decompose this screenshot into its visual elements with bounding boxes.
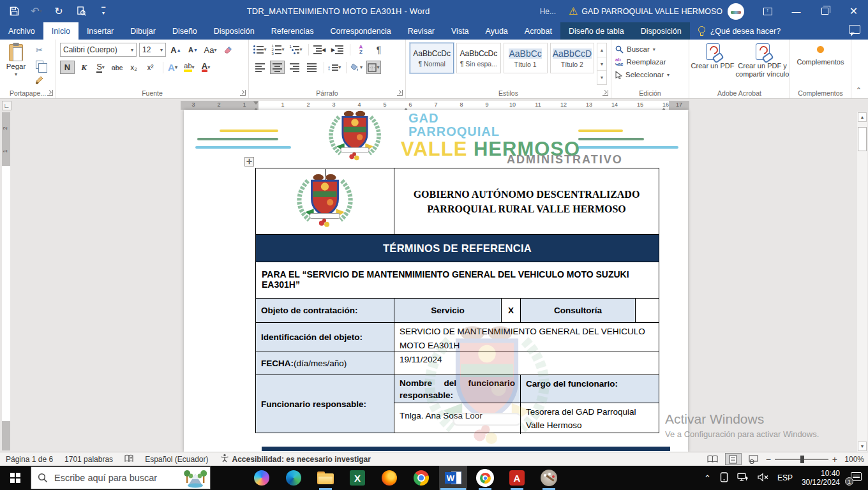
cell-cargo-value[interactable]: Tesorera del GAD Parroquial Valle Hermos… [521,403,659,434]
highlight-button[interactable]: ab▾ [182,61,197,74]
cell-consultoria[interactable]: Consultoría [521,299,636,322]
addins-button[interactable]: Complementos [790,40,851,66]
tell-me-box[interactable]: ¿Qué desea hacer? [690,22,789,40]
format-painter-icon[interactable] [32,73,47,86]
bold-button[interactable]: N [60,61,75,74]
styles-scroll-up-icon[interactable]: ▲ [597,43,606,57]
cell-fecha-label[interactable]: FECHA: (día/mes/año) [256,352,394,375]
document-page[interactable]: GAD PARROQUIAL VALLE HERMOSO ADMINISTRAT… [184,110,688,452]
accessibility-status[interactable]: Accesibilidad: es necesario investigar [231,455,377,464]
borders-icon[interactable]: ▾ [366,61,381,74]
taskbar-gimp-icon[interactable] [535,466,563,490]
align-center-icon[interactable] [270,61,285,74]
copy-icon[interactable] [32,58,47,71]
zoom-slider[interactable] [775,459,828,460]
tray-device-icon[interactable] [720,472,728,484]
table-move-handle[interactable]: ✛ [244,157,254,167]
cell-identificacion-value[interactable]: SERVICIO DE MANTENMIMIENTO GENERAL DEL V… [394,323,659,352]
bullets-icon[interactable]: ▾ [253,43,267,56]
scroll-down-icon[interactable]: ▼ [858,442,867,451]
font-size-select[interactable]: 12▾ [139,43,166,57]
styles-gallery-scroll[interactable]: ▲ ▼ ▼ [597,43,607,85]
taskbar-excel-icon[interactable]: X [343,466,371,490]
numbering-icon[interactable]: 123▾ [271,43,285,56]
cell-funcionario-label[interactable]: Funcionario responsable: [256,375,394,433]
cell-nombre-header[interactable]: Nombre del funcionario responsable: [394,375,521,403]
underline-button[interactable]: S▾ [93,61,108,74]
cell-fecha-value[interactable]: 19/11/2024 [394,352,659,375]
sort-icon[interactable]: AZ [354,43,368,56]
grow-font-icon[interactable]: A▲ [168,43,183,57]
account-avatar[interactable] [728,3,744,20]
taskbar-acrobat-icon[interactable]: A [503,466,531,490]
subscript-button[interactable]: x₂ [126,61,141,74]
taskbar-chrome-icon[interactable] [407,466,435,490]
style-titulo-2[interactable]: AaBbCcD Título 2 [550,43,594,73]
scrollbar-thumb[interactable] [858,127,867,151]
select-button[interactable]: Seleccionar▾ [611,68,689,81]
clipboard-dialog-launcher[interactable] [47,90,53,96]
cell-consultoria-mark[interactable] [636,299,659,322]
zoom-out-icon[interactable]: − [766,454,771,464]
tab-correspondencia[interactable]: Correspondencia [322,22,399,40]
tab-disposicion-tabla[interactable]: Disposición [632,22,690,40]
tray-volume-muted-icon[interactable] [758,473,768,484]
print-layout-icon[interactable] [725,453,742,465]
proofing-icon[interactable] [119,454,139,464]
taskbar-chrome-profile-icon[interactable] [471,466,499,490]
tray-clock[interactable]: 10:40 30/12/2024 [802,469,840,487]
replace-button[interactable]: ab⤷ac Reemplazar [611,56,689,68]
tab-inicio[interactable]: Inicio [43,22,79,40]
style-titulo-1[interactable]: AaBbCc Título 1 [504,43,548,73]
accessibility-icon[interactable] [214,454,231,464]
cell-cargo-header[interactable]: Cargo del funcionario: [521,375,659,403]
tab-revisar[interactable]: Revisar [400,22,443,40]
style-normal[interactable]: AaBbCcDc ¶ Normal [410,43,454,73]
tray-network-icon[interactable] [737,472,749,484]
taskbar-search-input[interactable]: Escribe aquí para buscar [31,466,211,489]
italic-button[interactable]: K [77,61,91,74]
styles-scroll-down-icon[interactable]: ▼ [597,57,606,71]
tab-diseno-de-tabla[interactable]: Diseño de tabla [560,22,632,40]
tab-referencias[interactable]: Referencias [263,22,322,40]
text-effects-button[interactable]: A▾ [165,61,180,74]
word-count[interactable]: 1701 palabras [59,455,119,464]
table-cell-org-name[interactable]: GOBIERNO AUTÓNOMO DESCENTRALIZADO PARROQ… [394,168,659,234]
vertical-ruler[interactable]: 2 1 [2,112,10,450]
line-spacing-icon[interactable]: ↕▾ [327,61,341,74]
styles-dialog-launcher[interactable] [602,90,608,96]
tray-language[interactable]: ESP [777,473,793,482]
style-sin-espaciado[interactable]: AaBbCcDc ¶ Sin espa... [456,43,500,73]
cell-nombre-value[interactable]: Tnlga. Ana Sosa Loor [394,403,521,434]
redo-icon[interactable]: ↻ [52,5,65,18]
shrink-font-icon[interactable]: A▼ [186,43,200,57]
strikethrough-button[interactable]: abc [110,61,124,74]
font-color-button[interactable]: A▾ [198,61,213,74]
tab-stop-selector[interactable]: ∟ [2,101,11,110]
cell-identificacion-label[interactable]: Identificación del objeto: [256,323,394,352]
scroll-up-icon[interactable]: ▲ [858,112,867,122]
decrease-indent-icon[interactable]: ◂ [312,43,327,56]
taskbar-word-icon[interactable]: W [439,466,467,490]
collapse-ribbon-icon[interactable]: ⌃ [856,86,862,94]
change-case-icon[interactable]: Aa▾ [203,43,218,57]
justify-icon[interactable] [304,61,319,74]
table-title-band[interactable]: TÉRMINOS DE REFERENCIA [256,235,659,262]
taskbar-firefox-icon[interactable] [375,466,403,490]
find-button[interactable]: Buscar▾ [611,43,689,56]
document-table[interactable]: GOBIERNO AUTÓNOMO DESCENTRALIZADO PARROQ… [255,168,659,433]
paragraph-dialog-launcher[interactable] [397,90,403,96]
tray-hidden-icons-chevron[interactable]: ⌃ [704,473,711,483]
language-indicator[interactable]: Español (Ecuador) [139,455,214,464]
read-mode-icon[interactable] [705,453,721,465]
clear-formatting-icon[interactable] [220,43,235,57]
start-button[interactable] [0,466,31,490]
zoom-slider-thumb[interactable] [800,456,804,463]
table-cell-subject[interactable]: PARA EL “SERVICIO DE MANTENMIMIENTO GENE… [256,262,659,298]
web-layout-icon[interactable] [745,453,762,465]
tab-disposicion[interactable]: Disposición [206,22,263,40]
print-preview-icon[interactable] [75,5,87,18]
tab-dibujar[interactable]: Dibujar [122,22,164,40]
tab-diseno[interactable]: Diseño [164,22,206,40]
close-button[interactable]: ✕ [839,0,868,22]
